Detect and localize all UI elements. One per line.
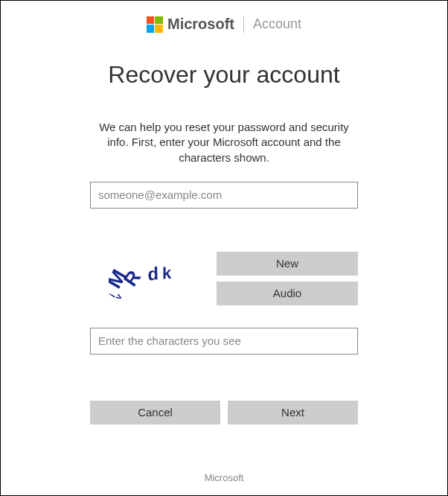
microsoft-logo-icon (147, 16, 163, 33)
action-buttons: Cancel Next (90, 401, 358, 425)
email-input[interactable] (90, 182, 358, 209)
divider (243, 16, 244, 33)
next-button[interactable]: Next (228, 401, 358, 425)
page-footer: Microsoft (1, 472, 447, 483)
svg-text:d: d (147, 263, 159, 284)
audio-captcha-button[interactable]: Audio (217, 282, 358, 305)
main-content: Recover your account We can help you res… (90, 61, 358, 425)
header: Microsoft Account (1, 1, 447, 40)
captcha-icon: M R d k i v (109, 256, 191, 301)
captcha-section: M R d k i v New Audio (90, 252, 358, 305)
svg-text:v: v (112, 291, 124, 300)
new-captcha-button[interactable]: New (217, 252, 358, 276)
microsoft-logo: Microsoft (147, 16, 234, 33)
cancel-button[interactable]: Cancel (90, 401, 220, 425)
captcha-input[interactable] (90, 328, 358, 354)
page-title: Recover your account (90, 61, 358, 89)
captcha-image: M R d k i v (90, 252, 209, 305)
header-section-label: Account (253, 16, 301, 32)
page-description: We can help you reset your password and … (90, 120, 358, 165)
microsoft-logo-text: Microsoft (167, 16, 234, 33)
svg-text:k: k (162, 263, 172, 282)
